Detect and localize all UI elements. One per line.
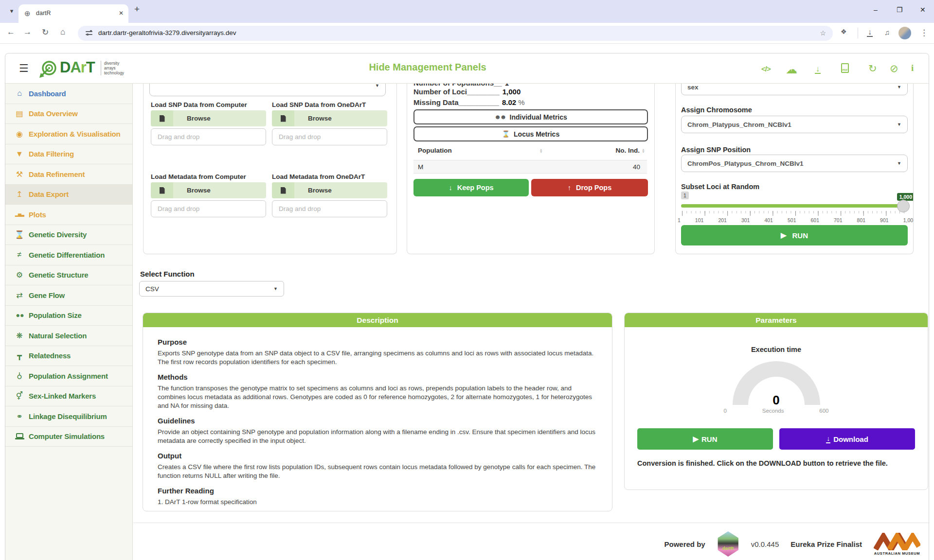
browse-meta-computer-button[interactable]: Browse bbox=[151, 182, 266, 198]
forward-icon[interactable]: → bbox=[23, 27, 32, 37]
meta-computer-label: Load Metadata from Computer bbox=[151, 173, 246, 180]
tab-search-chevron-icon[interactable]: ▾ bbox=[5, 4, 18, 18]
sync-icon[interactable]: ↻ bbox=[868, 63, 877, 74]
individual-metrics-button[interactable]: ☻☻Individual Metrics bbox=[413, 109, 648, 124]
download-icon[interactable]: ↓ bbox=[815, 63, 821, 74]
browse-snp-computer-button[interactable]: Browse bbox=[151, 110, 266, 126]
browser-tab[interactable]: ⊕ dartR ✕ bbox=[18, 4, 128, 23]
sidebar-toggle-icon[interactable]: ☰ bbox=[19, 62, 29, 75]
sidebar-item-genetic-differentiation[interactable]: ≠Genetic Differentiation bbox=[5, 245, 132, 265]
sidebar-item-linkage-disequilibrium[interactable]: ⚭Linkage Disequilibrium bbox=[5, 406, 132, 427]
dartr-hex-logo: dartR bbox=[717, 531, 739, 557]
reload-icon[interactable]: ↻ bbox=[42, 27, 49, 37]
parameters-panel: Parameters Execution time 0 0 Seconds 60… bbox=[624, 313, 928, 490]
award-label: Eureka Prize Finalist bbox=[790, 540, 862, 548]
run-button[interactable]: ▶RUN bbox=[637, 428, 773, 450]
browser-menu-icon[interactable]: ⋮ bbox=[920, 28, 928, 38]
column-no-ind[interactable]: No. Ind. bbox=[616, 147, 640, 154]
column-population[interactable]: Population bbox=[418, 147, 452, 154]
compass-icon[interactable]: ⊘ bbox=[890, 63, 898, 74]
description-title: Description bbox=[143, 313, 612, 327]
sidebar-item-sex-linked-markers[interactable]: ⚥Sex-Linked Markers bbox=[5, 386, 132, 407]
cloud-download-icon[interactable]: ☁↓ bbox=[786, 63, 797, 76]
sidebar-item-genetic-structure[interactable]: ⚙Genetic Structure bbox=[5, 265, 132, 286]
population-table-row[interactable]: M 40 bbox=[413, 160, 647, 174]
extensions-icon[interactable]: ❖ bbox=[841, 28, 847, 35]
id-field-select[interactable]: sex▼ bbox=[681, 84, 908, 95]
browse-meta-onedart-button[interactable]: Browse bbox=[272, 182, 387, 198]
dragdrop-meta-computer[interactable]: Drag and drop bbox=[151, 200, 266, 217]
sidebar-item-computer-simulations[interactable]: Computer Simulations bbox=[5, 427, 132, 447]
section-text: Exports SNP genotype data from an SNP da… bbox=[158, 349, 597, 367]
dna-icon: ⌛ bbox=[12, 230, 27, 239]
home-icon: ⌂ bbox=[12, 89, 27, 98]
function-select[interactable]: CSV▼ bbox=[139, 281, 284, 297]
downloads-icon[interactable]: ↓ bbox=[867, 27, 873, 37]
file-icon bbox=[151, 182, 173, 198]
tab-close-icon[interactable]: ✕ bbox=[119, 10, 124, 17]
load-data-panel: ▼ Load SNP Data from Computer Load SNP D… bbox=[143, 84, 397, 254]
file-icon bbox=[272, 110, 294, 126]
dragdrop-snp-onedart[interactable]: Drag and drop bbox=[272, 128, 387, 145]
close-button[interactable]: ✕ bbox=[920, 6, 926, 14]
main-content: ▼ Load SNP Data from Computer Load SNP D… bbox=[133, 84, 929, 560]
laptop-icon bbox=[12, 432, 27, 441]
address-bar[interactable]: dartr.dartr-geraltofrivia-3279.diversity… bbox=[78, 26, 833, 41]
sidebar-item-plots[interactable]: ▂▅▃Plots bbox=[5, 205, 132, 225]
locus-metrics-button[interactable]: ⌛Locus Metrics bbox=[413, 126, 648, 141]
new-tab-button[interactable]: + bbox=[134, 4, 140, 15]
keep-pops-button[interactable]: ↓Keep Pops bbox=[413, 179, 529, 196]
sidebar-item-genetic-diversity[interactable]: ⌛Genetic Diversity bbox=[5, 225, 132, 245]
dragdrop-meta-onedart[interactable]: Drag and drop bbox=[272, 200, 387, 217]
arrow-down-icon: ↓ bbox=[449, 184, 452, 192]
gauge-min: 0 bbox=[724, 408, 727, 414]
chromosome-select[interactable]: Chrom_Platypus_Chrom_NCBIv1▼ bbox=[681, 116, 908, 133]
browser-toolbar: ← → ↻ ⌂ dartr.dartr-geraltofrivia-3279.d… bbox=[0, 23, 934, 44]
profile-avatar[interactable] bbox=[898, 27, 911, 39]
snp-position-select[interactable]: ChromPos_Platypus_Chrom_NCBIv1▼ bbox=[681, 155, 908, 172]
minimize-button[interactable]: – bbox=[874, 6, 878, 14]
sidebar-item-data-filtering[interactable]: ▼Data Filtering bbox=[5, 144, 132, 165]
hide-panels-toggle[interactable]: Hide Management Panels bbox=[369, 62, 486, 73]
site-settings-icon[interactable] bbox=[86, 31, 92, 36]
download-button[interactable]: ↓Download bbox=[779, 428, 915, 450]
loci-slider-track[interactable] bbox=[681, 204, 908, 208]
bookmark-star-icon[interactable]: ☆ bbox=[820, 29, 826, 37]
dataset-select[interactable]: ▼ bbox=[149, 84, 386, 96]
media-controls-icon[interactable]: ♫ bbox=[884, 28, 890, 36]
sort-icon[interactable]: ▲▼ bbox=[642, 148, 645, 153]
pdf-icon[interactable]: PDF bbox=[841, 63, 849, 75]
cell-population: M bbox=[418, 163, 423, 171]
run-button[interactable]: ▶RUN bbox=[681, 225, 908, 245]
sidebar-item-relatedness[interactable]: ┳Relatedness bbox=[5, 346, 132, 367]
sidebar-item-dashboard[interactable]: ⌂Dashboard bbox=[5, 84, 132, 104]
dragdrop-snp-computer[interactable]: Drag and drop bbox=[151, 128, 266, 145]
browse-snp-onedart-button[interactable]: Browse bbox=[272, 110, 387, 126]
download-icon: ↓ bbox=[826, 435, 830, 443]
execution-time-gauge: 0 bbox=[728, 361, 825, 406]
filter-icon: ▼ bbox=[12, 150, 27, 158]
sidebar-item-gene-flow[interactable]: ⇄Gene Flow bbox=[5, 285, 132, 306]
version-label: v0.0.445 bbox=[751, 540, 779, 548]
back-icon[interactable]: ← bbox=[7, 27, 15, 37]
sidebar-item-population-assignment[interactable]: ⚲Population Assignment bbox=[5, 366, 132, 386]
select-function-label: Select Function bbox=[140, 270, 195, 278]
sidebar-item-natural-selection[interactable]: ❋Natural Selection bbox=[5, 326, 132, 346]
australian-museum-logo: AUSTRALIAN MUSEUM bbox=[874, 533, 920, 556]
chevron-down-icon: ▼ bbox=[375, 84, 379, 88]
sidebar-item-exploration[interactable]: ◉Exploration & Visualisation bbox=[5, 124, 132, 144]
sitemap-icon: ┳ bbox=[12, 351, 27, 360]
subset-loci-label: Subset Loci at Random bbox=[681, 183, 759, 191]
home-icon[interactable]: ⌂ bbox=[60, 27, 65, 37]
gauge-max: 600 bbox=[819, 408, 828, 414]
sidebar-item-data-overview[interactable]: ▤Data Overview bbox=[5, 104, 132, 124]
sidebar-item-data-refinement[interactable]: ⚒Data Refinement bbox=[5, 164, 132, 185]
sidebar-item-population-size[interactable]: ☻☻Population Size bbox=[5, 306, 132, 326]
info-icon[interactable]: i bbox=[911, 63, 914, 73]
file-icon bbox=[272, 182, 294, 198]
sidebar-item-data-export[interactable]: ↥Data Export bbox=[5, 185, 132, 205]
sort-icon[interactable]: ▲▼ bbox=[539, 148, 543, 153]
drop-pops-button[interactable]: ↑Drop Pops bbox=[531, 179, 648, 196]
restore-button[interactable]: ❐ bbox=[897, 6, 903, 14]
code-icon[interactable]: </> bbox=[761, 65, 771, 73]
